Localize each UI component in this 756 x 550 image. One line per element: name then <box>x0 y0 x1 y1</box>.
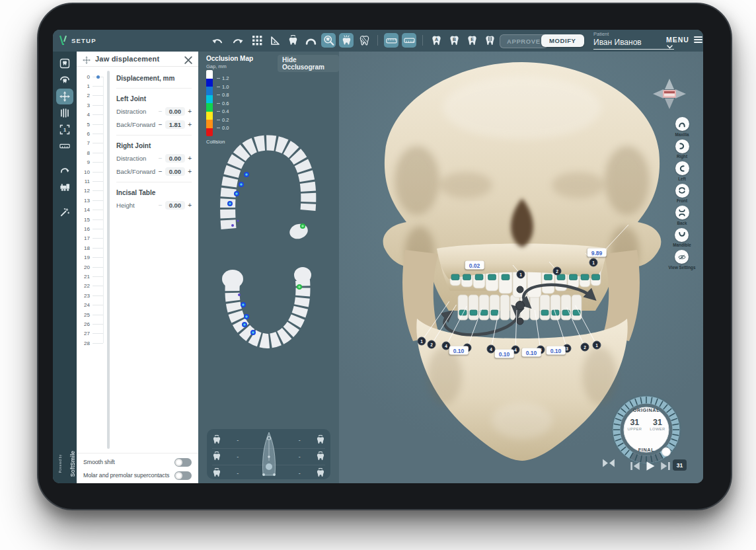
eye-icon[interactable] <box>675 250 689 264</box>
svg-text:E: E <box>471 37 474 42</box>
rail-tooth-card-icon[interactable] <box>56 56 73 71</box>
decrement-button[interactable]: − <box>159 108 163 115</box>
stage-tick-16[interactable]: 16 <box>77 225 103 233</box>
lower-ruler-icon[interactable] <box>402 33 416 48</box>
rail-jaw-displacement-icon[interactable] <box>56 89 73 104</box>
archwire-icon[interactable] <box>303 33 318 48</box>
value-field[interactable]: 0.00 <box>165 201 186 210</box>
control-label: Distraction <box>116 155 146 162</box>
increment-button[interactable]: + <box>188 155 192 162</box>
hatch-tooth-icon[interactable] <box>357 33 371 48</box>
legend-label: 1.0 <box>222 84 229 90</box>
stage-tick-21[interactable]: 21 <box>77 272 103 280</box>
stage-tick-20[interactable]: 20 <box>77 263 103 271</box>
value-field[interactable]: 0.00 <box>165 167 186 176</box>
increment-button[interactable]: + <box>188 108 192 115</box>
scene-3d[interactable]: 12444443211210.029.890.100.100.100.10 Ma… <box>339 52 703 483</box>
control-row: Distraction − 0.00 + <box>116 107 192 116</box>
page: SETUP ABE APPROVE MODIFY Patient Иван Ив… <box>0 0 756 550</box>
stage-tick-25[interactable]: 25 <box>77 311 103 319</box>
decrement-button[interactable]: − <box>159 155 163 162</box>
stage-tick-9[interactable]: 9 <box>77 159 103 167</box>
patient-selector[interactable]: Patient Иван Иванов <box>593 31 674 50</box>
play-icon[interactable] <box>644 460 656 472</box>
approve-button[interactable]: APPROVE <box>500 34 548 48</box>
stage-tick-14[interactable]: 14 <box>77 206 103 214</box>
stage-tick-17[interactable]: 17 <box>77 235 103 243</box>
panel-scrollbar[interactable] <box>107 71 110 449</box>
rail-ipr-bars-icon[interactable] <box>56 105 73 121</box>
stripe-tooth-icon[interactable] <box>482 33 497 48</box>
stage-tick-4[interactable]: 4 <box>77 111 103 119</box>
right-arch-icon[interactable] <box>675 139 689 153</box>
stage-tick-10[interactable]: 10 <box>77 168 103 176</box>
stage-tick-18[interactable]: 18 <box>77 244 103 252</box>
control-label: Distraction <box>116 108 146 115</box>
stage-tick-11[interactable]: 11 <box>77 177 103 185</box>
redo-icon[interactable] <box>231 33 245 48</box>
stage-tick-27[interactable]: 27 <box>77 330 103 338</box>
decrement-button[interactable]: − <box>159 202 163 209</box>
stage-tick-3[interactable]: 3 <box>77 101 103 109</box>
incisal-guide-diagram <box>254 430 284 478</box>
rail-magic-wand-icon[interactable] <box>56 204 73 220</box>
hide-occlusogram-button[interactable]: Hide Occlusogram <box>278 55 339 72</box>
stage-tick-5[interactable]: 5 <box>77 120 103 128</box>
view-button-label: View Settings <box>669 265 696 270</box>
control-label: Back/Forward <box>116 168 155 175</box>
stage-tick-23[interactable]: 23 <box>77 292 103 299</box>
value-field[interactable]: 0.00 <box>165 154 186 163</box>
stage-tick-28[interactable]: 28 <box>77 339 103 347</box>
tooth-a-icon[interactable]: A <box>429 33 443 48</box>
menu-button[interactable]: MENU <box>666 36 702 44</box>
close-icon[interactable] <box>184 55 192 63</box>
modify-button[interactable]: MODIFY <box>541 34 584 47</box>
stage-tick-12[interactable]: 12 <box>77 187 103 195</box>
tooth-e-icon[interactable]: E <box>465 33 479 48</box>
crown-tooth-icon[interactable] <box>285 33 300 48</box>
set-square-icon[interactable] <box>268 33 282 48</box>
back-arch-icon[interactable] <box>675 206 689 219</box>
orientation-gizmo[interactable] <box>649 73 690 114</box>
stage-tick-26[interactable]: 26 <box>77 320 103 328</box>
rail-measure-ruler-icon[interactable] <box>56 138 73 154</box>
stage-tick-6[interactable]: 6 <box>77 130 103 138</box>
upper-ruler-icon[interactable] <box>384 33 398 48</box>
increment-button[interactable]: + <box>188 122 192 128</box>
stage-tick-22[interactable]: 22 <box>77 282 103 290</box>
arch-previews-3d[interactable] <box>198 52 339 483</box>
step-back-icon[interactable] <box>629 460 641 472</box>
step-forward-icon[interactable] <box>660 460 671 472</box>
decrement-button[interactable]: − <box>159 169 163 175</box>
increment-button[interactable]: + <box>188 202 192 209</box>
stage-tick-19[interactable]: 19 <box>77 254 103 262</box>
stage-tick-1[interactable]: 1 <box>77 82 103 90</box>
occlusogram-tooth-icon[interactable] <box>339 33 354 48</box>
rail-mechanics-icon[interactable] <box>56 179 73 195</box>
mandible-arch-icon[interactable] <box>675 228 689 242</box>
increment-button[interactable]: + <box>188 169 192 175</box>
toggle-switch[interactable] <box>174 458 192 467</box>
stage-tick-24[interactable]: 24 <box>77 301 103 309</box>
front-arch-icon[interactable] <box>675 184 689 198</box>
maxilla-arch-icon[interactable] <box>675 117 689 131</box>
stage-current-dot[interactable] <box>96 75 100 79</box>
stage-tick-15[interactable]: 15 <box>77 216 103 223</box>
value-field[interactable]: 1.81 <box>165 120 186 129</box>
occlusion-inspect-icon[interactable] <box>321 33 336 48</box>
grid-icon[interactable] <box>250 33 264 48</box>
stage-tick-13[interactable]: 13 <box>77 196 103 204</box>
undo-icon[interactable] <box>209 33 224 48</box>
rail-arch-tooth-icon[interactable] <box>56 72 73 88</box>
rail-rotate-arrow-icon[interactable] <box>56 162 73 178</box>
stage-tick-8[interactable]: 8 <box>77 149 103 157</box>
stage-tick-2[interactable]: 2 <box>77 92 103 100</box>
rail-stage-frame-icon[interactable]: 1 <box>56 122 73 138</box>
value-field[interactable]: 0.00 <box>165 107 186 116</box>
left-arch-icon[interactable] <box>675 161 689 175</box>
toggle-switch[interactable] <box>174 471 192 480</box>
tooth-b-icon[interactable]: B <box>447 33 461 48</box>
decrement-button[interactable]: − <box>159 122 163 128</box>
stage-tick-7[interactable]: 7 <box>77 139 103 147</box>
collision-label: Collision <box>206 139 225 145</box>
